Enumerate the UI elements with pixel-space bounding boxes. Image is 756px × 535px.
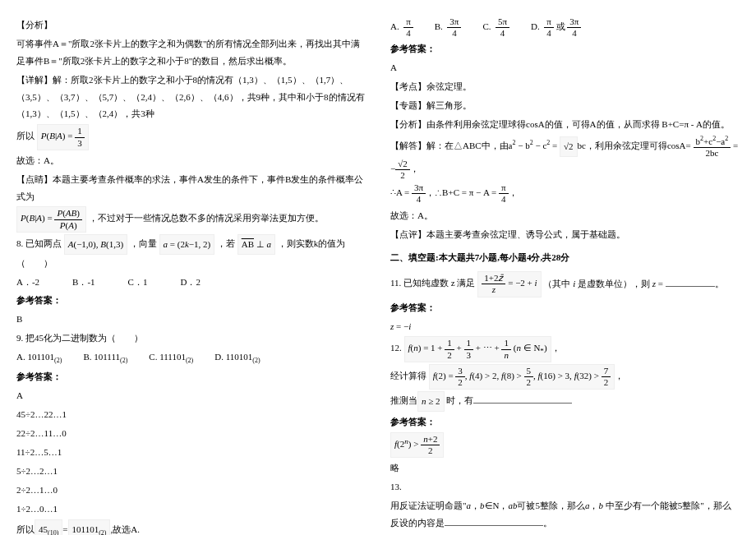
q9-calc1: 45÷2…22…1 [16,406,366,423]
q9-calc6: 1÷2…0…1 [16,500,366,518]
detail-text: 【详解】解：所取2张卡片上的数字之和小于8的情况有（1,3）、（1,5）、（1,… [16,71,366,123]
formula-row-2: P(B|A) = P(AB)P(A) ，不过对于一些情况总数不多的情况采用穷举法… [16,206,366,232]
ref-answer-label: 参考答案： [16,292,366,309]
formula-pba: P(B|A) = 13 [37,124,89,150]
q9-opt-a: A. 101101(2) [16,348,62,367]
jieda-conclusion: 故选：A。 [390,207,740,224]
q12-guess: 推测当n ≥ 2 时，有 [390,391,740,412]
q12-row1: 12. f(n) = 1 + 12 + 13 + ⋯ + 1n (n ∈ N*)… [390,336,740,362]
left-column: 【分析】 可将事件A＝"所取2张卡片上的数字之和为偶数"的所有情况全部列出来，再… [16,16,366,535]
q8-parallel: AB ⊥ a [237,234,275,255]
q9-opt-b: B. 101111(2) [83,348,127,367]
q9-options: A. 101101(2) B. 101111(2) C. 111101(2) D… [16,348,366,367]
q9-calc3: 11÷2…5…1 [16,444,366,461]
q8-points: A(−1,0), B(1,3) [64,234,127,255]
q8-text: 8. 已知两点 [16,238,62,248]
q12-answer: f(2n) > n+22 [390,432,740,458]
q10-options: A. π4 B. 3π4 C. 5π4 D. π4 或 3π4 [390,16,740,39]
conclusion: 故选：A。 [16,152,366,169]
formula-row: 所以 P(B|A) = 13 [16,124,366,150]
q9-calc2: 22÷2…11…0 [16,425,366,442]
q10-answer: A [390,59,740,76]
q12-calc: 经计算得 f(2) = 32, f(4) > 2, f(8) > 52, f(1… [390,364,740,390]
ref-answer-label-5: 参考答案： [390,413,740,431]
point-text: 【点睛】本题主要考查条件概率的求法，事件A发生的条件下，事件B发生的条件概率公式… [16,171,366,205]
q8-opt-c: C．1 [128,274,148,291]
q11-answer: z = −i [390,318,740,335]
formula-prefix: 所以 [16,131,35,141]
q8-vec: a = (2k−1, 2) [159,234,215,255]
q9-opt-c: C. 111101(2) [149,348,193,367]
q12-formula: f(n) = 1 + 12 + 13 + ⋯ + 1n (n ∈ N*) [404,336,551,362]
q8-answer: B [16,311,366,328]
q8-opt-d: D．2 [180,274,200,291]
formula-tail: ，不过对于一些情况总数不多的情况采用穷举法更加方便。 [89,214,324,224]
dianping: 【点评】本题主要考查余弦定理、诱导公式，属于基础题。 [390,226,740,243]
analysis-text: 可将事件A＝"所取2张卡片上的数字之和为偶数"的所有情况全部列出来，再找出其中满… [16,35,366,70]
formula-cond-prob: P(B|A) = P(AB)P(A) [16,206,86,232]
jieda-line2: ∴A = 3π4，∴B+C = π − A = π4， [390,182,740,205]
q12-label: 12. [390,344,402,353]
q8-mid: ，向量 [130,238,157,248]
fenxi: 【分析】由条件利用余弦定理球得cosA的值，可得A的值，从而求得 B+C=π -… [390,116,740,133]
q12-calc-label: 经计算得 [390,371,426,380]
q12-calc-formula: f(2) = 32, f(4) > 2, f(8) > 52, f(16) > … [429,364,615,390]
q11-formula: 1+2z̄z = −2 + i [477,271,541,297]
q8-opt-a: A．-2 [16,274,39,291]
ref-answer-label-2: 参考答案： [16,368,366,385]
jieda: 【解答】解：在△ABC中，由a2 − b2 − c2 = √2bc，利用余弦定理… [390,135,740,181]
ref-answer-label-3: 参考答案： [390,40,740,58]
q10-opt-c: C. 5π4 [482,16,509,39]
q8-cond: ，若 [217,238,235,248]
q10-opt-a: A. π4 [390,16,413,39]
q8-options: A．-2 B．-1 C．1 D．2 [16,274,366,291]
kaodian: 【考点】余弦定理。 [390,78,740,95]
q9-calc4: 5÷2…2…1 [16,463,366,480]
right-column: A. π4 B. 3π4 C. 5π4 D. π4 或 3π4 参考答案： A … [390,16,740,535]
q13-label: 13. [390,478,740,496]
q9-answer: A [16,387,366,404]
q13-text: 用反证法证明命题"a，b∈N，ab可被5整除，那么a，b 中至少有一个能被5整除… [390,497,740,532]
q9-calc5: 2÷2…1…0 [16,482,366,499]
q8: 8. 已知两点 A(−1,0), B(1,3) ，向量 a = (2k−1, 2… [16,234,366,272]
q11-prefix: 11. 已知纯虚数 z 满足 [390,279,475,288]
zhuanti: 【专题】解三角形。 [390,97,740,114]
q9-text: 9. 把45化为二进制数为（ ） [16,330,366,347]
q11-tail: （其中 i 是虚数单位），则 z = 。 [543,279,723,288]
ref-answer-label-4: 参考答案： [390,299,740,316]
q8-opt-b: B．-1 [72,274,95,291]
section-2-title: 二、填空题:本大题共7小题,每小题4分,共28分 [390,249,740,266]
analysis-block: 【分析】 [16,16,366,34]
q12-brief: 略 [390,459,740,477]
q9-opt-d: D. 110101(2) [214,348,260,367]
q11-text: 11. 已知纯虚数 z 满足 1+2z̄z = −2 + i （其中 i 是虚数… [390,271,740,297]
q9-result: 所以45(10)=101101(2),故选A. [16,519,366,535]
q10-opt-d: D. π4 或 3π4 [531,16,581,39]
q10-opt-b: B. 3π4 [435,16,462,39]
